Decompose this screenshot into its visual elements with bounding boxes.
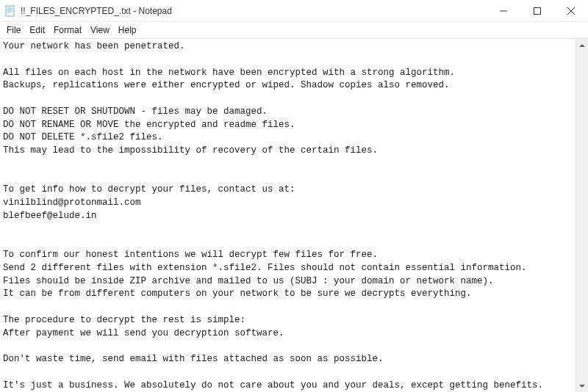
svg-marker-9 — [579, 44, 585, 47]
chevron-down-icon — [579, 385, 585, 388]
close-button[interactable] — [554, 0, 588, 21]
menubar: File Edit Format View Help — [0, 22, 588, 39]
maximize-button[interactable] — [520, 0, 554, 21]
menu-file[interactable]: File — [3, 23, 24, 37]
scrollbar-track[interactable] — [576, 51, 588, 380]
vertical-scrollbar[interactable] — [576, 39, 588, 392]
minimize-icon — [500, 7, 507, 15]
menu-view[interactable]: View — [87, 23, 113, 37]
scroll-up-button[interactable] — [576, 39, 588, 51]
menu-format[interactable]: Format — [50, 23, 85, 37]
svg-marker-10 — [579, 385, 585, 388]
menu-edit[interactable]: Edit — [26, 23, 49, 37]
window-controls — [487, 0, 588, 21]
content-area — [0, 39, 588, 392]
scroll-down-button[interactable] — [576, 380, 588, 392]
maximize-icon — [534, 7, 541, 15]
text-editor[interactable] — [0, 39, 576, 392]
svg-rect-6 — [534, 7, 541, 14]
titlebar: !!_FILES_ENCRYPTED_.txt - Notepad — [0, 0, 588, 22]
chevron-up-icon — [579, 44, 585, 47]
menu-help[interactable]: Help — [115, 23, 140, 37]
titlebar-left: !!_FILES_ENCRYPTED_.txt - Notepad — [4, 5, 172, 17]
minimize-button[interactable] — [487, 0, 520, 21]
notepad-icon — [4, 5, 16, 17]
window-title: !!_FILES_ENCRYPTED_.txt - Notepad — [21, 6, 172, 16]
close-icon — [567, 7, 575, 15]
